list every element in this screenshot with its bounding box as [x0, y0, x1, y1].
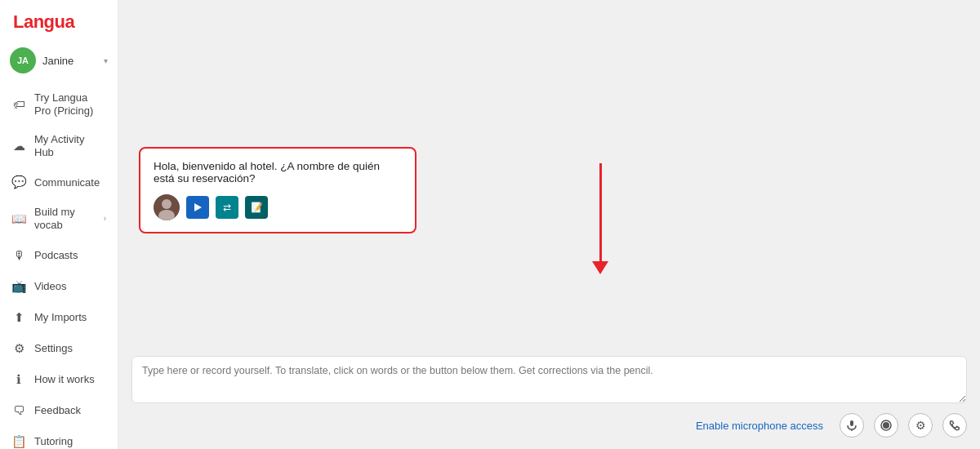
nav-menu: 🏷 Try Langua Pro (Pricing) ☁ My Activity…: [0, 80, 118, 449]
sidebar-item-label: Feedback: [34, 404, 106, 417]
activity-icon: ☁: [11, 139, 26, 153]
sidebar-item-label: Build my vocab: [34, 206, 96, 231]
gear-icon: ⚙: [11, 341, 26, 356]
sidebar-item-settings[interactable]: ⚙ Settings: [0, 333, 118, 364]
arrow-head: [592, 261, 608, 274]
input-toolbar: Enable microphone access ⚙: [131, 407, 967, 441]
sidebar: Langua JA Janine ▾ 🏷 Try Langua Pro (Pri…: [0, 0, 118, 449]
sidebar-item-try-pro[interactable]: 🏷 Try Langua Pro (Pricing): [0, 83, 118, 125]
message-bubble: Hola, bienvenido al hotel. ¿A nombre de …: [139, 147, 416, 233]
svg-rect-4: [850, 420, 853, 426]
sidebar-item-my-imports[interactable]: ⬆ My Imports: [0, 302, 118, 333]
user-row[interactable]: JA Janine ▾: [0, 41, 118, 80]
info-icon: ℹ: [11, 372, 26, 387]
speaker-avatar: [154, 194, 180, 220]
arrow-line: [599, 163, 602, 261]
logo: Langua: [0, 0, 118, 41]
phone-icon-button[interactable]: [942, 413, 967, 438]
chat-area: Hola, bienvenido al hotel. ¿A nombre de …: [118, 0, 980, 348]
podcast-icon: 🎙: [11, 248, 26, 263]
translate-button[interactable]: ⇄: [216, 196, 238, 219]
upload-icon: ⬆: [11, 310, 26, 325]
svg-point-1: [162, 199, 172, 209]
sidebar-item-label: My Imports: [34, 311, 106, 324]
sidebar-item-label: My Activity Hub: [34, 133, 106, 158]
sidebar-item-label: Settings: [34, 342, 106, 355]
sidebar-item-build-vocab[interactable]: 📖 Build my vocab ›: [0, 198, 118, 239]
sidebar-item-label: Communicate: [34, 176, 106, 189]
sidebar-item-how-it-works[interactable]: ℹ How it works: [0, 364, 118, 395]
sidebar-item-label: Try Langua Pro (Pricing): [34, 91, 106, 117]
svg-point-6: [883, 422, 889, 429]
tag-icon: 🏷: [11, 97, 26, 112]
settings-icon-button[interactable]: ⚙: [908, 413, 933, 438]
book-icon: 📖: [11, 211, 26, 226]
sidebar-item-label: Podcasts: [34, 249, 106, 262]
svg-marker-3: [194, 203, 202, 211]
message-controls: ⇄ 📝: [154, 194, 402, 220]
sidebar-item-podcasts[interactable]: 🎙 Podcasts: [0, 240, 118, 271]
chevron-down-icon: ▾: [104, 56, 108, 65]
sidebar-item-label: Tutoring: [34, 435, 106, 448]
message-text: Hola, bienvenido al hotel. ¿A nombre de …: [154, 160, 402, 184]
chat-input[interactable]: [131, 356, 967, 403]
sidebar-item-activity-hub[interactable]: ☁ My Activity Hub: [0, 125, 118, 167]
sidebar-item-communicate[interactable]: 💬 Communicate: [0, 167, 118, 198]
tutoring-icon: 📋: [11, 434, 26, 449]
sidebar-item-label: How it works: [34, 373, 106, 386]
video-icon: 📺: [11, 279, 26, 294]
mic-icon-button[interactable]: [840, 413, 864, 438]
input-area: Enable microphone access ⚙: [118, 348, 980, 449]
red-arrow-indicator: [592, 163, 608, 274]
feedback-icon: 🗨: [11, 403, 26, 418]
sidebar-item-label: Videos: [34, 280, 106, 293]
sidebar-item-tutoring[interactable]: 📋 Tutoring: [0, 426, 118, 449]
sidebar-item-videos[interactable]: 📺 Videos: [0, 271, 118, 302]
logo-text: Langua: [13, 11, 74, 33]
record-icon-button[interactable]: [874, 413, 898, 438]
main-content: Hola, bienvenido al hotel. ¿A nombre de …: [118, 0, 980, 449]
user-name: Janine: [42, 55, 97, 67]
play-audio-button[interactable]: [186, 196, 209, 219]
enable-mic-link[interactable]: Enable microphone access: [696, 420, 823, 432]
add-vocab-button[interactable]: 📝: [245, 196, 268, 219]
avatar: JA: [10, 47, 36, 73]
chat-icon: 💬: [11, 175, 26, 189]
chevron-icon: ›: [104, 214, 106, 223]
sidebar-item-feedback[interactable]: 🗨 Feedback: [0, 395, 118, 426]
